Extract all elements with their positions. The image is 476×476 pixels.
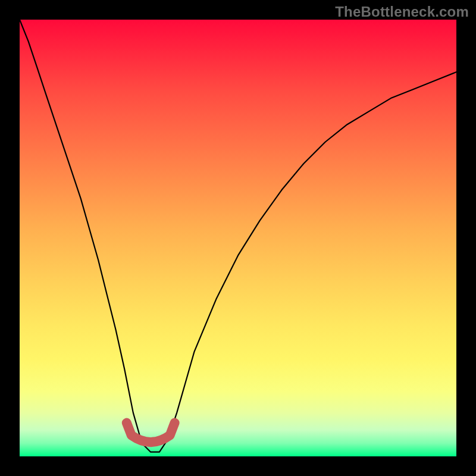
chart-svg [20,20,456,456]
curve-main [20,20,456,452]
vertex-highlight [127,423,175,442]
plot-area [20,20,456,456]
frame: TheBottleneck.com [0,0,476,476]
watermark-text: TheBottleneck.com [335,4,469,20]
